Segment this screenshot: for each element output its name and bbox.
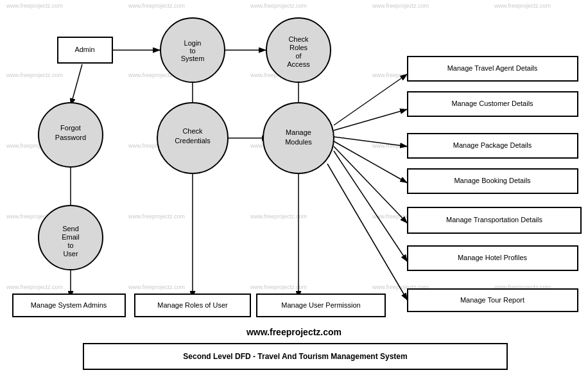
arrow-admin-forgot [71,64,82,106]
watermark-1: www.freeprojectz.com [6,3,63,9]
forgot-label-line2: Password [55,134,86,141]
arrow-manage-customer [334,109,408,130]
booking-details-label: Manage Booking Details [454,177,531,184]
login-label-line3: System [181,55,205,62]
watermark-2: www.freeprojectz.com [128,3,185,9]
send-email-label-line3: to [67,241,73,249]
send-email-label-line4: User [63,250,78,258]
login-label-line2: to [189,47,195,55]
manage-modules-label-line2: Modules [285,138,312,146]
tour-report-label: Manage Tour Report [460,296,524,304]
travel-agent-label: Manage Travel Agent Details [447,64,538,72]
check-roles-label-line2: Roles [290,44,308,51]
package-details-label: Manage Package Details [453,141,532,149]
watermark-22: www.freeprojectz.com [128,284,185,290]
check-cred-label-line1: Check [182,127,203,135]
check-roles-label-line4: Access [287,60,310,68]
arrow-manage-package [334,137,408,146]
send-email-label-line2: Email [62,233,80,241]
arrow-manage-hotel [334,151,408,262]
watermark-3: www.freeprojectz.com [250,3,307,9]
system-admins-label: Manage System Admins [31,301,107,309]
transportation-details-label: Manage Transportation Details [446,216,542,224]
watermark-21: www.freeprojectz.com [6,284,63,290]
check-cred-label-line2: Credentials [175,137,211,145]
footer-title-label: Second Level DFD - Travel And Tourism Ma… [183,352,407,361]
roles-of-user-label: Manage Roles of User [157,301,228,309]
watermark-6: www.freeprojectz.com [6,72,63,78]
manage-modules-label-line1: Manage [286,128,311,136]
customer-details-label: Manage Customer Details [451,100,533,107]
hotel-profiles-label: Manage Hotel Profiles [458,254,528,261]
watermark-4: www.freeprojectz.com [372,3,429,9]
arrow-manage-transport [334,146,408,224]
check-roles-label-line1: Check [288,35,309,43]
forgot-label-line1: Forgot [60,124,81,132]
admin-label: Admin [74,46,94,53]
user-permission-label: Manage User Permission [281,301,361,309]
send-email-label-line1: Send [62,225,79,232]
watermark-5: www.freeprojectz.com [494,3,551,9]
arrow-manage-tour [327,164,408,301]
login-label-line1: Login [184,39,202,47]
check-roles-label-line3: of [295,52,302,60]
diagram-container: www.freeprojectz.com www.freeprojectz.co… [0,0,588,377]
watermark-17: www.freeprojectz.com [128,213,185,220]
arrow-manage-travelagent [334,74,408,125]
footer-website: www.freeprojectz.com [246,327,342,337]
